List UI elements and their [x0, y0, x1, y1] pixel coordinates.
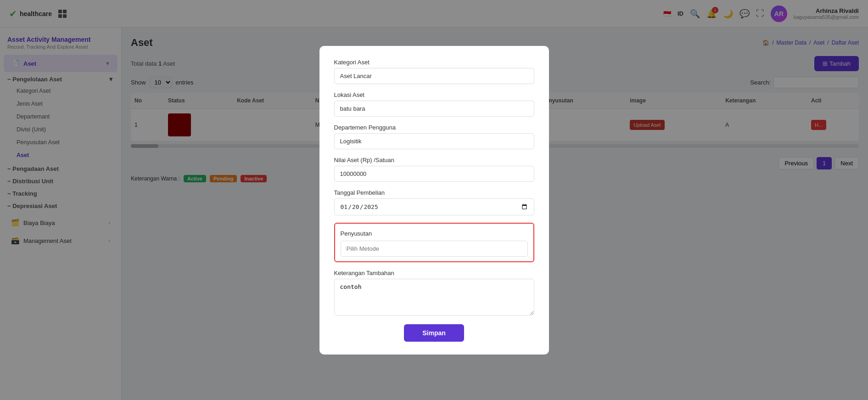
input-lokasi-aset[interactable] [334, 101, 534, 117]
label-lokasi-aset: Lokasi Aset [334, 91, 534, 98]
label-kategori-aset: Kategori Aset [334, 59, 534, 66]
input-kategori-aset[interactable] [334, 68, 534, 84]
input-departemen[interactable] [334, 133, 534, 149]
simpan-button[interactable]: Simpan [404, 324, 464, 342]
label-penyusutan: Penyusutan [341, 230, 528, 237]
modal-dialog: Kategori Aset Lokasi Aset Departemen Pen… [319, 46, 549, 355]
modal-footer: Simpan [334, 324, 534, 342]
label-tanggal: Tanggal Pembelian [334, 189, 534, 196]
input-keterangan[interactable]: contoh [334, 279, 534, 315]
label-departemen: Departemen Pengguna [334, 124, 534, 131]
input-penyusutan[interactable] [341, 241, 528, 257]
form-group-nilai: Nilai Aset (Rp) /Satuan [334, 157, 534, 182]
form-group-lokasi: Lokasi Aset [334, 91, 534, 117]
input-nilai-aset[interactable] [334, 166, 534, 182]
form-group-kategori: Kategori Aset [334, 59, 534, 84]
modal-overlay: Kategori Aset Lokasi Aset Departemen Pen… [0, 0, 868, 400]
form-group-keterangan: Keterangan Tambahan contoh [334, 270, 534, 317]
input-tanggal[interactable] [334, 198, 534, 215]
form-group-tanggal: Tanggal Pembelian [334, 189, 534, 215]
label-keterangan: Keterangan Tambahan [334, 270, 534, 276]
label-nilai-aset: Nilai Aset (Rp) /Satuan [334, 157, 534, 163]
form-group-penyusutan: Penyusutan [334, 223, 534, 262]
form-group-departemen: Departemen Pengguna [334, 124, 534, 149]
